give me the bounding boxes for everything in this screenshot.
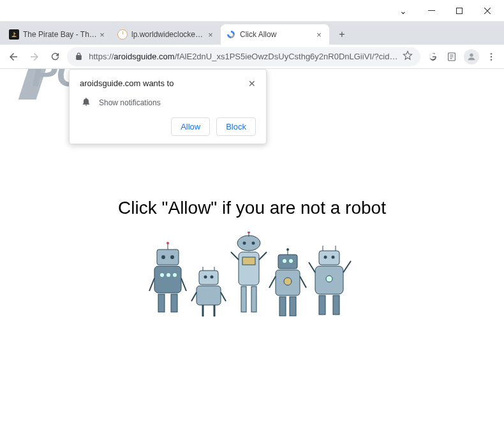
svg-point-41 [326,276,332,282]
tab-title: Click Allow [240,30,314,39]
close-icon[interactable]: × [97,29,107,40]
pirate-ship-favicon [9,29,19,40]
svg-point-9 [170,255,174,259]
svg-point-21 [237,235,260,251]
permission-title: aroidsguide.com wants to [80,78,174,88]
reader-icon[interactable] [444,48,460,66]
svg-point-8 [161,255,165,259]
forward-button[interactable] [26,47,42,66]
svg-rect-36 [290,297,296,316]
window-titlebar: ⌄ [0,0,504,22]
svg-point-38 [324,256,327,259]
tab-worldwideclock[interactable]: lp.worldwideclockextens… × [112,24,221,45]
tab-click-allow[interactable]: Click Allow × [221,24,329,45]
back-button[interactable] [5,47,22,66]
svg-rect-0 [428,10,435,11]
svg-point-30 [283,259,286,263]
svg-rect-37 [319,251,339,265]
tab-pirate-bay[interactable]: The Pirate Bay - The gal… × [4,24,112,45]
clock-favicon [117,29,128,40]
svg-rect-1 [457,8,463,13]
bookmark-star-icon[interactable] [403,50,413,63]
window-minimize-button[interactable] [417,2,445,20]
svg-rect-27 [241,287,246,312]
svg-rect-16 [171,294,177,312]
svg-point-6 [491,59,492,60]
svg-point-10 [167,242,169,244]
svg-rect-11 [154,266,181,293]
close-icon[interactable]: × [314,29,324,40]
browser-toolbar: https://aroidsguide.com/fAlE2dnU_xs1PS5i… [0,45,504,69]
svg-point-34 [284,278,292,285]
svg-point-18 [204,276,207,279]
avatar [464,49,479,64]
svg-rect-7 [157,250,179,265]
svg-rect-17 [199,271,218,285]
svg-rect-26 [242,257,255,265]
url-text: https://aroidsguide.com/fAlE2dnU_xs1PS5i… [89,52,397,61]
svg-point-3 [470,53,473,56]
page-content: aroidsguide.com wants to ✕ Show notifica… [0,69,504,432]
close-icon[interactable]: × [205,29,216,40]
svg-point-5 [491,56,492,57]
svg-point-19 [211,276,214,279]
reload-button[interactable] [47,47,63,66]
address-bar[interactable]: https://aroidsguide.com/fAlE2dnU_xs1PS5i… [67,47,420,66]
block-button[interactable]: Block [216,117,256,136]
svg-point-23 [252,242,255,245]
svg-rect-42 [319,295,325,315]
svg-rect-43 [333,295,339,315]
google-shortcut-icon[interactable] [424,48,440,66]
svg-point-31 [289,259,293,263]
profile-avatar[interactable] [464,48,480,66]
bell-icon [81,96,91,108]
window-close-button[interactable] [473,2,501,20]
svg-point-4 [491,53,492,54]
notification-permission-dialog: aroidsguide.com wants to ✕ Show notifica… [69,69,267,144]
svg-point-39 [332,256,335,259]
svg-rect-20 [196,286,221,305]
svg-point-32 [286,248,289,251]
window-maximize-button[interactable] [445,2,473,20]
lock-icon [75,52,84,61]
window-dropdown-icon[interactable]: ⌄ [389,2,417,20]
new-tab-button[interactable]: + [333,26,351,43]
svg-point-24 [248,232,250,234]
tab-strip: The Pirate Bay - The gal… × lp.worldwide… [0,22,504,45]
svg-rect-15 [158,294,165,312]
svg-point-22 [243,242,246,245]
tab-title: The Pirate Bay - The gal… [23,30,97,39]
permission-item-label: Show notifications [99,98,161,107]
svg-rect-29 [278,255,297,269]
robots-illustration [0,232,504,327]
svg-rect-35 [279,297,286,316]
allow-button[interactable]: Allow [171,117,210,136]
svg-point-14 [173,273,177,277]
close-icon[interactable]: ✕ [248,78,256,89]
recaptcha-favicon [226,29,236,40]
menu-button[interactable] [483,48,499,66]
svg-point-13 [167,273,170,277]
svg-rect-28 [251,287,256,312]
tab-title: lp.worldwideclockextens… [131,30,205,39]
svg-point-12 [160,273,164,277]
page-headline: Click "Allow" if you are not a robot [0,198,504,218]
